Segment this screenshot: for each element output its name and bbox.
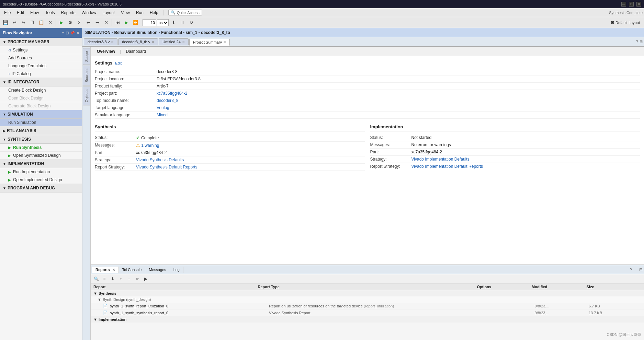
menu-file[interactable]: File (1, 10, 13, 16)
menu-tools[interactable]: Tools (42, 10, 57, 16)
save-button[interactable]: 🗒 (28, 19, 36, 27)
quick-access-bar[interactable]: 🔍 Quick Access (168, 10, 202, 15)
nav-item-add-sources[interactable]: Add Sources (0, 54, 82, 62)
tab-decoder3-8-tb-v[interactable]: decoder3_8_tb.v ✕ (118, 38, 158, 45)
overview-tab[interactable]: Overview (95, 48, 117, 55)
nav-item-run-simulation[interactable]: Run Simulation (0, 119, 82, 127)
tb-btn-9[interactable]: ➡ (93, 19, 101, 27)
layout-selector[interactable]: ⊞ Default Layout (608, 20, 643, 25)
nav-item-settings[interactable]: ⚙ Settings (0, 46, 82, 54)
bottom-tab-reports-close[interactable]: ✕ (112, 268, 115, 272)
bottom-minimize-icon[interactable]: — (634, 267, 638, 272)
reports-add-button[interactable]: + (117, 275, 124, 282)
menu-run[interactable]: Run (133, 10, 146, 16)
step-forward-button[interactable]: ⏩ (131, 19, 139, 27)
synth-design-subgroup-header[interactable]: ▼ Synth Design (synth_design) (91, 296, 644, 303)
tab-decoder3-8-v[interactable]: decoder3-8.v ✕ (84, 38, 117, 45)
menu-view[interactable]: View (118, 10, 133, 16)
reports-collapse-button[interactable]: ⬇ (109, 275, 116, 282)
impl-strategy-value[interactable]: Vivado Implementation Defaults (411, 157, 470, 162)
nav-item-open-synthesized-design[interactable]: ▶ Open Synthesized Design (0, 152, 82, 160)
time-unit-select[interactable]: us ns ps (157, 19, 169, 26)
project-part-value[interactable]: xc7a35tfgg484-2 (157, 91, 187, 96)
section-ip-integrator-header[interactable]: ▼ IP INTEGRATOR (0, 78, 82, 86)
tb-btn-6[interactable]: ⚙ (66, 19, 75, 27)
tab-decoder3-8-tb-v-close[interactable]: ✕ (151, 40, 154, 44)
tab-untitled-24[interactable]: Untitled 24 ✕ (159, 38, 189, 45)
implementation-group-header[interactable]: ▼ Implementation (91, 316, 644, 323)
synthesis-group-header[interactable]: ▼ Synthesis (91, 290, 644, 296)
delete-button[interactable]: ✕ (46, 19, 54, 27)
report-row-synthesis[interactable]: 📄 synth_1_synth_synthesis_report_0 Vivad… (91, 309, 644, 316)
nav-item-open-block-design[interactable]: Open Block Design (0, 94, 82, 102)
bottom-restore-icon[interactable]: ⊟ (639, 267, 643, 272)
restart-button[interactable]: ↺ (187, 19, 195, 27)
redo-button[interactable]: ↪ (19, 19, 27, 27)
section-project-manager-header[interactable]: ▼ PROJECT MANAGER (0, 38, 82, 46)
maximize-button[interactable]: □ (629, 2, 634, 7)
tab-project-summary[interactable]: Project Summary ✕ (189, 39, 230, 46)
menu-window[interactable]: Window (79, 10, 99, 16)
reports-remove-button[interactable]: − (126, 275, 133, 282)
minimize-button[interactable]: — (621, 2, 626, 7)
sources-tab[interactable]: Sources (83, 66, 90, 85)
menu-flow[interactable]: Flow (27, 10, 42, 16)
report-row-utilization[interactable]: 📄 synth_1_synth_report_utilization_0 Rep… (91, 303, 644, 309)
nav-item-generate-block-design[interactable]: Generate Block Design (0, 102, 82, 110)
tab-restore-icon[interactable]: ⊟ (640, 39, 643, 44)
synth-strategy-value[interactable]: Vivado Synthesis Defaults (136, 157, 184, 162)
section-simulation-header[interactable]: ▼ SIMULATION (0, 110, 82, 119)
scope-tab[interactable]: Scope (83, 48, 90, 65)
synth-report-strategy-value[interactable]: Vivado Synthesis Default Reports (136, 165, 197, 169)
flow-nav-expand-all[interactable]: ≡ (62, 31, 64, 35)
reports-run-button[interactable]: ▶ (142, 275, 149, 282)
tab-decoder3-8-v-close[interactable]: ✕ (111, 40, 114, 44)
nav-item-open-implemented-design[interactable]: ▶ Open Implemented Design (0, 176, 82, 184)
bottom-help-icon[interactable]: ? (630, 267, 632, 272)
top-module-value[interactable]: decoder3_8 (157, 98, 178, 103)
pause-button[interactable]: ⏸ (178, 19, 187, 27)
nav-item-create-block-design[interactable]: Create Block Design (0, 86, 82, 94)
bottom-tab-tcl[interactable]: Tcl Console (119, 267, 146, 273)
reports-edit-button[interactable]: ✏ (134, 275, 141, 282)
reports-search-button[interactable]: 🔍 (93, 275, 100, 282)
bottom-tab-messages[interactable]: Messages (145, 267, 170, 273)
nav-item-language-templates[interactable]: Language Templates (0, 62, 82, 70)
play-button[interactable]: ▶ (122, 19, 131, 27)
section-synthesis-header[interactable]: ▼ SYNTHESIS (0, 135, 82, 144)
section-implementation-header[interactable]: ▼ IMPLEMENTATION (0, 160, 82, 168)
tb-btn-8[interactable]: ⬅ (84, 19, 92, 27)
tb-btn-10[interactable]: ✕ (102, 19, 110, 27)
section-rtl-analysis-header[interactable]: ▶ RTL ANALYSIS (0, 127, 82, 135)
menu-help[interactable]: Help (147, 10, 161, 16)
tab-project-summary-close[interactable]: ✕ (223, 40, 226, 44)
menu-layout[interactable]: Layout (100, 10, 117, 16)
section-program-debug-header[interactable]: ▼ PROGRAM AND DEBUG (0, 184, 82, 192)
close-button[interactable]: ✕ (636, 2, 641, 7)
flow-nav-pin[interactable]: 📌 (70, 31, 75, 35)
tb-btn-7[interactable]: Σ (75, 19, 83, 27)
nav-item-run-synthesis[interactable]: ▶ Run Synthesis (0, 144, 82, 152)
time-input[interactable]: 10 (143, 19, 156, 26)
step-back-button[interactable]: ⏮ (113, 19, 122, 27)
menu-edit[interactable]: Edit (14, 10, 27, 16)
bottom-tab-log[interactable]: Log (170, 267, 183, 273)
run-for-button[interactable]: ⬇ (169, 19, 178, 27)
edit-link[interactable]: Edit (115, 61, 122, 65)
simulator-language-value[interactable]: Mixed (157, 113, 168, 117)
bottom-tab-reports[interactable]: Reports ✕ (92, 267, 119, 273)
objects-tab[interactable]: Objects (83, 86, 90, 105)
impl-report-strategy-value[interactable]: Vivado Implementation Default Reports (411, 164, 483, 169)
synth-messages-text[interactable]: 1 warning (141, 143, 159, 148)
new-button[interactable]: 💾 (1, 19, 10, 27)
dashboard-tab[interactable]: Dashboard (124, 48, 148, 55)
reports-expand-button[interactable]: ≡ (101, 275, 108, 282)
copy-button[interactable]: 📋 (37, 19, 45, 27)
tab-untitled-24-close[interactable]: ✕ (182, 40, 185, 44)
flow-nav-collapse-all[interactable]: ⊟ (66, 31, 69, 35)
undo-button[interactable]: ↩ (10, 19, 19, 27)
run-button[interactable]: ▶ (57, 19, 66, 27)
flow-nav-close[interactable]: ✕ (76, 31, 79, 35)
target-language-value[interactable]: Verilog (157, 105, 169, 110)
tab-help-icon[interactable]: ? (636, 39, 638, 44)
